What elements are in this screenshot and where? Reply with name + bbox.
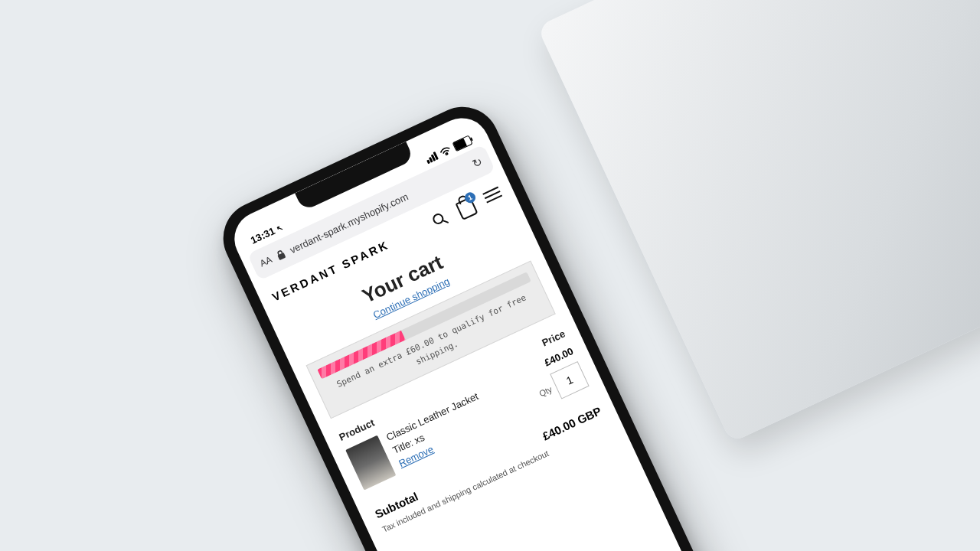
cart-count-badge: 1 (463, 191, 478, 205)
quantity-input[interactable]: 1 (550, 361, 589, 399)
column-header-price: Price (540, 328, 567, 348)
wifi-icon (439, 145, 452, 158)
product-thumbnail[interactable] (345, 435, 396, 491)
qty-label: Qty (537, 384, 554, 398)
text-size-button[interactable]: AA (258, 254, 273, 269)
svg-point-1 (432, 213, 444, 225)
svg-line-2 (443, 219, 448, 224)
battery-icon (452, 135, 472, 152)
menu-hamburger-icon[interactable] (482, 184, 504, 206)
cart-bag-icon[interactable]: 1 (455, 196, 477, 218)
cell-signal-icon (425, 152, 439, 164)
refresh-icon[interactable]: ↻ (471, 155, 485, 171)
search-icon[interactable] (429, 208, 451, 230)
lock-icon (275, 249, 286, 261)
location-arrow-icon: ↖ (276, 223, 285, 233)
cart-page: Your cart Continue shopping Spend an ext… (267, 198, 700, 551)
